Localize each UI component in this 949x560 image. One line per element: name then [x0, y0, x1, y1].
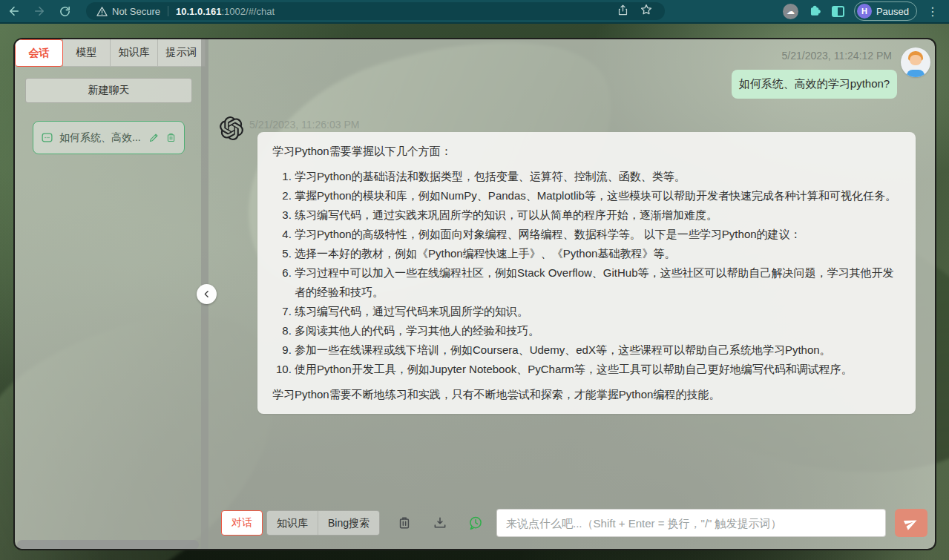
address-divider [168, 6, 168, 16]
mode-tab-group: 知识库 Bing搜索 [266, 510, 380, 536]
mode-tab-chat[interactable]: 对话 [221, 510, 263, 536]
browser-menu-icon[interactable]: ⋮ [927, 4, 939, 19]
browser-toolbar: Not Secure 10.1.0.161:1002/#/chat ☁ H Pa… [0, 0, 949, 24]
tab-models[interactable]: 模型 [63, 39, 111, 67]
bookmark-star-icon[interactable] [640, 3, 653, 19]
sidebar-horizontal-scrollbar[interactable] [17, 540, 199, 550]
assistant-message-bubble: 学习Python需要掌握以下几个方面： 学习Python的基础语法和数据类型，包… [257, 132, 916, 414]
openai-logo-icon [220, 116, 243, 140]
user-avatar [901, 47, 930, 77]
reload-button[interactable] [53, 1, 76, 21]
chat-app-window: 会话 模型 知识库 提示词 新建聊天 如何系统、高效... 5/21/2023,… [13, 38, 936, 550]
not-secure-warning-icon [96, 6, 108, 17]
assistant-list: 学习Python的基础语法和数据类型，包括变量、运算符、控制流、函数、类等。掌握… [272, 167, 901, 379]
new-chat-button[interactable]: 新建聊天 [25, 78, 192, 103]
edit-pencil-icon[interactable] [148, 132, 160, 143]
sidebar-tabbar: 会话 模型 知识库 提示词 [15, 39, 206, 67]
sidebar-collapse-button[interactable] [197, 284, 217, 304]
assistant-message-timestamp: 5/21/2023, 11:26:03 PM [249, 119, 359, 131]
assistant-intro: 学习Python需要掌握以下几个方面： [272, 142, 901, 161]
cloud-extension-icon[interactable]: ☁ [783, 4, 798, 19]
profile-status-label: Paused [876, 6, 909, 17]
url-path: :1002/#/chat [222, 6, 275, 17]
security-label: Not Secure [112, 6, 160, 17]
paper-plane-icon [902, 513, 922, 533]
send-button[interactable] [895, 509, 927, 537]
assistant-list-item: 多阅读其他人的代码，学习其他人的经验和技巧。 [295, 321, 901, 340]
forward-button[interactable] [28, 1, 50, 21]
share-icon[interactable] [617, 4, 629, 19]
side-panel-icon[interactable] [832, 6, 844, 17]
message-input[interactable] [496, 509, 886, 537]
url-text: 10.1.0.161:1002/#/chat [176, 6, 275, 17]
composer-bar: 对话 知识库 Bing搜索 [221, 509, 927, 537]
address-bar[interactable]: Not Secure 10.1.0.161:1002/#/chat [86, 2, 665, 20]
assistant-list-item: 参加一些在线课程或线下培训，例如Coursera、Udemy、edX等，这些课程… [295, 340, 901, 360]
history-clock-icon[interactable] [467, 515, 484, 531]
clear-trash-icon[interactable] [396, 515, 413, 531]
assistant-list-item: 选择一本好的教材，例如《Python编程快速上手》、《Python基础教程》等。 [295, 244, 901, 263]
user-message-timestamp: 5/21/2023, 11:24:12 PM [592, 50, 892, 62]
assistant-list-item: 练习编写代码，通过实践来巩固所学的知识，可以从简单的程序开始，逐渐增加难度。 [295, 205, 901, 225]
profile-button[interactable]: H Paused [854, 1, 917, 21]
assistant-list-item: 练习编写代码，通过写代码来巩固所学的知识。 [295, 302, 901, 321]
assistant-list-item: 学习过程中可以加入一些在线编程社区，例如Stack Overflow、GitHu… [295, 263, 901, 302]
mode-tab-bing-search[interactable]: Bing搜索 [318, 511, 379, 536]
tab-prompts[interactable]: 提示词 [158, 39, 206, 67]
chat-bubble-icon [41, 131, 53, 144]
assistant-list-item: 学习Python的基础语法和数据类型，包括变量、运算符、控制流、函数、类等。 [295, 167, 901, 186]
mode-tab-knowledge-base[interactable]: 知识库 [267, 511, 318, 536]
profile-avatar-initial: H [857, 4, 872, 19]
url-host: 10.1.0.161 [176, 6, 221, 17]
delete-trash-icon[interactable] [165, 132, 177, 143]
assistant-list-item: 使用Python开发工具，例如Jupyter Notebook、PyCharm等… [295, 360, 901, 379]
conversation-title: 如何系统、高效... [59, 131, 142, 145]
chevron-left-icon [202, 289, 211, 299]
assistant-outro: 学习Python需要不断地练习和实践，只有不断地尝试和探索，才能掌握Python… [272, 385, 901, 404]
back-button[interactable] [3, 1, 25, 21]
tab-conversations[interactable]: 会话 [15, 39, 63, 67]
export-download-icon[interactable] [432, 515, 448, 531]
extensions-puzzle-icon[interactable] [808, 3, 822, 20]
tab-knowledge-base[interactable]: 知识库 [111, 39, 158, 67]
assistant-list-item: 掌握Python的模块和库，例如NumPy、Pandas、Matplotlib等… [295, 186, 901, 205]
assistant-list-item: 学习Python的高级特性，例如面向对象编程、网络编程、数据科学等。 以下是一些… [295, 225, 901, 244]
user-message-bubble: 如何系统、高效的学习python? [732, 70, 897, 99]
conversation-list-item[interactable]: 如何系统、高效... [33, 121, 185, 154]
